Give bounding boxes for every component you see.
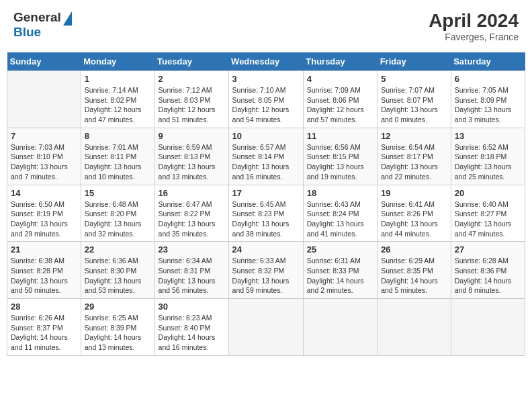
day-number: 10 xyxy=(232,131,300,141)
day-info: Sunrise: 6:29 AM Sunset: 8:35 PM Dayligh… xyxy=(381,256,447,295)
day-info: Sunrise: 6:25 AM Sunset: 8:39 PM Dayligh… xyxy=(85,313,151,353)
day-info: Sunrise: 6:45 AM Sunset: 8:23 PM Dayligh… xyxy=(232,199,300,239)
title-area: April 2024 Faverges, France xyxy=(429,10,519,42)
calendar-cell: 16Sunrise: 6:47 AM Sunset: 8:22 PM Dayli… xyxy=(154,185,228,242)
day-info: Sunrise: 6:36 AM Sunset: 8:30 PM Dayligh… xyxy=(85,256,151,295)
day-number: 21 xyxy=(11,244,77,255)
calendar-day-header: Sunday xyxy=(7,52,81,71)
calendar-day-header: Thursday xyxy=(303,52,377,71)
calendar-cell: 14Sunrise: 6:50 AM Sunset: 8:19 PM Dayli… xyxy=(7,185,81,242)
calendar-cell: 9Sunrise: 6:59 AM Sunset: 8:13 PM Daylig… xyxy=(154,128,228,185)
calendar-cell: 23Sunrise: 6:34 AM Sunset: 8:31 PM Dayli… xyxy=(154,242,228,299)
day-number: 11 xyxy=(307,131,373,141)
day-number: 27 xyxy=(455,244,521,255)
day-number: 14 xyxy=(11,188,77,198)
calendar-cell: 29Sunrise: 6:25 AM Sunset: 8:39 PM Dayli… xyxy=(81,299,154,356)
day-number: 17 xyxy=(232,188,300,198)
calendar-cell: 7Sunrise: 7:03 AM Sunset: 8:10 PM Daylig… xyxy=(7,128,81,185)
calendar-cell: 28Sunrise: 6:26 AM Sunset: 8:37 PM Dayli… xyxy=(7,299,81,356)
day-info: Sunrise: 6:28 AM Sunset: 8:36 PM Dayligh… xyxy=(455,256,521,295)
day-info: Sunrise: 7:07 AM Sunset: 8:07 PM Dayligh… xyxy=(381,85,447,125)
calendar-header-row: SundayMondayTuesdayWednesdayThursdayFrid… xyxy=(7,52,525,71)
calendar-day-header: Friday xyxy=(378,52,451,71)
day-info: Sunrise: 6:57 AM Sunset: 8:14 PM Dayligh… xyxy=(232,142,300,182)
day-info: Sunrise: 6:47 AM Sunset: 8:22 PM Dayligh… xyxy=(159,199,225,239)
day-info: Sunrise: 6:48 AM Sunset: 8:20 PM Dayligh… xyxy=(85,199,151,239)
day-number: 12 xyxy=(381,131,447,141)
day-number: 2 xyxy=(159,74,225,84)
day-info: Sunrise: 6:34 AM Sunset: 8:31 PM Dayligh… xyxy=(159,256,225,295)
calendar-cell: 17Sunrise: 6:45 AM Sunset: 8:23 PM Dayli… xyxy=(228,185,303,242)
day-number: 24 xyxy=(232,244,300,255)
day-info: Sunrise: 7:09 AM Sunset: 8:06 PM Dayligh… xyxy=(307,85,373,125)
day-info: Sunrise: 7:05 AM Sunset: 8:09 PM Dayligh… xyxy=(455,85,521,125)
day-info: Sunrise: 6:41 AM Sunset: 8:26 PM Dayligh… xyxy=(381,199,447,239)
day-number: 6 xyxy=(455,74,521,84)
calendar-cell: 13Sunrise: 6:52 AM Sunset: 8:18 PM Dayli… xyxy=(451,128,525,185)
calendar-day-header: Tuesday xyxy=(154,52,228,71)
day-info: Sunrise: 6:56 AM Sunset: 8:15 PM Dayligh… xyxy=(307,142,373,182)
day-number: 23 xyxy=(159,244,225,255)
calendar-week-row: 14Sunrise: 6:50 AM Sunset: 8:19 PM Dayli… xyxy=(7,185,525,242)
day-number: 3 xyxy=(232,74,300,84)
calendar-cell: 26Sunrise: 6:29 AM Sunset: 8:35 PM Dayli… xyxy=(378,242,451,299)
logo: General Blue xyxy=(13,10,72,40)
calendar-cell: 11Sunrise: 6:56 AM Sunset: 8:15 PM Dayli… xyxy=(303,128,377,185)
calendar-cell xyxy=(378,299,451,356)
logo-blue-text: Blue xyxy=(13,25,41,39)
day-number: 29 xyxy=(85,302,151,312)
calendar-week-row: 7Sunrise: 7:03 AM Sunset: 8:10 PM Daylig… xyxy=(7,128,525,185)
calendar-cell: 8Sunrise: 7:01 AM Sunset: 8:11 PM Daylig… xyxy=(81,128,154,185)
day-number: 22 xyxy=(85,244,151,255)
day-info: Sunrise: 6:40 AM Sunset: 8:27 PM Dayligh… xyxy=(455,199,521,239)
calendar-cell xyxy=(303,299,377,356)
calendar-cell: 4Sunrise: 7:09 AM Sunset: 8:06 PM Daylig… xyxy=(303,71,377,128)
day-number: 8 xyxy=(85,131,151,141)
calendar-cell: 1Sunrise: 7:14 AM Sunset: 8:02 PM Daylig… xyxy=(81,71,154,128)
calendar-cell xyxy=(228,299,303,356)
calendar-cell: 30Sunrise: 6:23 AM Sunset: 8:40 PM Dayli… xyxy=(154,299,228,356)
day-info: Sunrise: 6:31 AM Sunset: 8:33 PM Dayligh… xyxy=(307,256,373,295)
calendar-day-header: Wednesday xyxy=(228,52,303,71)
calendar-cell: 22Sunrise: 6:36 AM Sunset: 8:30 PM Dayli… xyxy=(81,242,154,299)
day-info: Sunrise: 7:03 AM Sunset: 8:10 PM Dayligh… xyxy=(11,142,77,182)
calendar-cell: 2Sunrise: 7:12 AM Sunset: 8:03 PM Daylig… xyxy=(154,71,228,128)
calendar-day-header: Saturday xyxy=(451,52,525,71)
location: Faverges, France xyxy=(429,32,519,42)
month-title: April 2024 xyxy=(429,10,519,32)
calendar-cell: 25Sunrise: 6:31 AM Sunset: 8:33 PM Dayli… xyxy=(303,242,377,299)
calendar-cell xyxy=(7,71,81,128)
logo-general-text: General xyxy=(13,10,61,25)
day-number: 9 xyxy=(159,131,225,141)
day-number: 19 xyxy=(381,188,447,198)
day-info: Sunrise: 6:50 AM Sunset: 8:19 PM Dayligh… xyxy=(11,199,77,239)
day-number: 16 xyxy=(159,188,225,198)
calendar-table: SundayMondayTuesdayWednesdayThursdayFrid… xyxy=(7,52,525,356)
logo-triangle-icon xyxy=(63,11,72,26)
day-number: 1 xyxy=(85,74,151,84)
day-number: 20 xyxy=(455,188,521,198)
day-info: Sunrise: 7:01 AM Sunset: 8:11 PM Dayligh… xyxy=(85,142,151,182)
day-number: 4 xyxy=(307,74,373,84)
day-info: Sunrise: 6:54 AM Sunset: 8:17 PM Dayligh… xyxy=(381,142,447,182)
calendar-cell: 12Sunrise: 6:54 AM Sunset: 8:17 PM Dayli… xyxy=(378,128,451,185)
calendar-cell: 18Sunrise: 6:43 AM Sunset: 8:24 PM Dayli… xyxy=(303,185,377,242)
day-info: Sunrise: 6:26 AM Sunset: 8:37 PM Dayligh… xyxy=(11,313,77,353)
calendar-week-row: 1Sunrise: 7:14 AM Sunset: 8:02 PM Daylig… xyxy=(7,71,525,128)
calendar-week-row: 28Sunrise: 6:26 AM Sunset: 8:37 PM Dayli… xyxy=(7,299,525,356)
day-number: 7 xyxy=(11,131,77,141)
page-header: General Blue April 2024 Faverges, France xyxy=(7,7,525,46)
day-info: Sunrise: 6:33 AM Sunset: 8:32 PM Dayligh… xyxy=(232,256,300,295)
day-number: 5 xyxy=(381,74,447,84)
day-info: Sunrise: 7:12 AM Sunset: 8:03 PM Dayligh… xyxy=(159,85,225,125)
day-info: Sunrise: 7:14 AM Sunset: 8:02 PM Dayligh… xyxy=(85,85,151,125)
calendar-cell: 19Sunrise: 6:41 AM Sunset: 8:26 PM Dayli… xyxy=(378,185,451,242)
calendar-cell: 27Sunrise: 6:28 AM Sunset: 8:36 PM Dayli… xyxy=(451,242,525,299)
day-number: 28 xyxy=(11,302,77,312)
day-number: 25 xyxy=(307,244,373,255)
calendar-cell: 6Sunrise: 7:05 AM Sunset: 8:09 PM Daylig… xyxy=(451,71,525,128)
calendar-cell xyxy=(451,299,525,356)
day-number: 13 xyxy=(455,131,521,141)
day-number: 26 xyxy=(381,244,447,255)
calendar-cell: 5Sunrise: 7:07 AM Sunset: 8:07 PM Daylig… xyxy=(378,71,451,128)
